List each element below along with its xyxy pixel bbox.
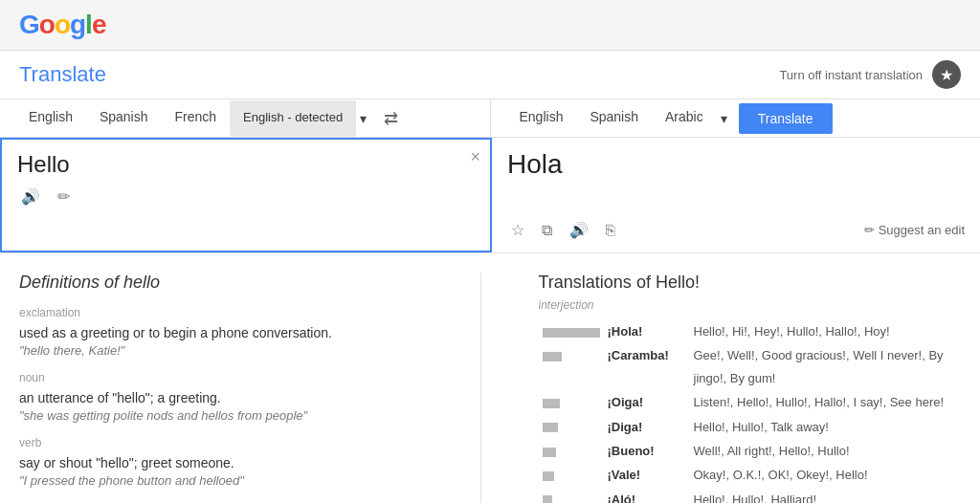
source-lang-french[interactable]: French — [162, 99, 231, 137]
translation-row: ¡Vale! Okay!, O.K.!, OK!, Okey!, Hello! — [539, 463, 962, 487]
translation-row: ¡Oiga! Listen!, Hello!, Hullo!, Hallo!, … — [539, 390, 962, 414]
definitions-title-text: Definitions of — [19, 273, 119, 292]
translation-row: ¡Diga! Hello!, Hullo!, Talk away! — [539, 415, 962, 439]
def-text-2: say or shout "hello"; greet someone. — [19, 455, 442, 470]
trans-word: ¡Hola! — [604, 319, 690, 343]
language-tabs-row: English Spanish French English - detecte… — [0, 99, 980, 138]
translation-row: ¡Caramba! Gee!, Well!, Good gracious!, W… — [539, 343, 962, 390]
translations-title: Translations of Hello! — [539, 273, 962, 293]
source-lang-spanish[interactable]: Spanish — [86, 99, 162, 137]
source-pencil-icon[interactable]: ✏ — [54, 186, 74, 208]
input-actions: 🔊 ✏ — [17, 186, 475, 208]
pos-noun: noun — [19, 371, 442, 384]
def-text-1: an utterance of "hello"; a greeting. — [19, 390, 442, 405]
definitions-word: hello — [123, 273, 160, 292]
trans-bar-cell — [539, 343, 604, 390]
definition-entry-0: exclamation used as a greeting or to beg… — [19, 306, 442, 358]
trans-synonyms: Okay!, O.K.!, OK!, Okey!, Hello! — [690, 463, 962, 487]
target-language-tabs: English Spanish Arabic ▾ Translate — [491, 99, 981, 137]
source-speaker-icon[interactable]: 🔊 — [17, 186, 44, 208]
source-lang-dropdown[interactable]: ▾ — [356, 103, 370, 134]
target-lang-dropdown[interactable]: ▾ — [717, 103, 731, 134]
pos-exclamation: exclamation — [19, 306, 442, 319]
source-language-tabs: English Spanish French English - detecte… — [0, 99, 491, 137]
trans-bar-cell — [539, 390, 604, 414]
target-lang-arabic[interactable]: Arabic — [652, 99, 717, 137]
source-text-area: × Hello 🔊 ✏ — [0, 138, 492, 252]
logo-letter-g: G — [19, 10, 39, 39]
trans-synonyms: Listen!, Hello!, Hullo!, Hallo!, I say!,… — [690, 390, 962, 414]
frequency-bar — [543, 423, 558, 432]
clear-input-button[interactable]: × — [470, 147, 480, 167]
translated-text: Hola — [507, 149, 965, 180]
target-lang-english[interactable]: English — [506, 99, 577, 137]
trans-word: ¡Caramba! — [604, 343, 690, 390]
definitions-panel: Definitions of hello exclamation used as… — [19, 273, 481, 503]
star-button[interactable]: ★ — [932, 60, 961, 89]
frequency-bar — [543, 352, 562, 361]
output-actions: ☆ ⧉ 🔊 ⎘ ✏ Suggest an edit — [507, 219, 965, 241]
source-lang-detected[interactable]: English - detected — [230, 100, 356, 137]
trans-bar-cell — [539, 415, 604, 439]
definitions-title: Definitions of hello — [19, 273, 442, 293]
translations-panel: Translations of Hello! interjection ¡Hol… — [520, 273, 962, 503]
frequency-bar — [543, 328, 600, 338]
swap-languages-button[interactable]: ⇄ — [370, 100, 412, 137]
source-lang-english[interactable]: English — [15, 99, 86, 137]
page-title: Translate — [19, 62, 106, 87]
logo-letter-l: l — [85, 10, 92, 39]
pos-verb: verb — [19, 436, 442, 449]
translate-button[interactable]: Translate — [739, 103, 833, 134]
def-text-0: used as a greeting or to begin a phone c… — [19, 325, 442, 340]
translations-pos: interjection — [539, 298, 962, 312]
suggest-edit-button[interactable]: ✏ Suggest an edit — [864, 223, 965, 237]
translations-table: ¡Hola! Hello!, Hi!, Hey!, Hullo!, Hallo!… — [539, 319, 962, 503]
translation-row: ¡Hola! Hello!, Hi!, Hey!, Hullo!, Hallo!… — [539, 319, 962, 343]
frequency-bar — [543, 448, 556, 457]
target-copy-icon[interactable]: ⧉ — [538, 220, 556, 241]
trans-word: ¡Diga! — [604, 415, 690, 439]
trans-word: ¡Bueno! — [604, 439, 690, 463]
text-areas-row: × Hello 🔊 ✏ Hola ☆ ⧉ 🔊 ⎘ ✏ Suggest an ed… — [0, 138, 980, 252]
logo-letter-g2: g — [70, 10, 85, 39]
trans-synonyms: Gee!, Well!, Good gracious!, Well I neve… — [690, 343, 962, 390]
frequency-bar — [543, 471, 554, 481]
def-example-0: "hello there, Katie!" — [19, 343, 442, 358]
target-lang-spanish[interactable]: Spanish — [576, 99, 652, 137]
definition-entry-1: noun an utterance of "hello"; a greeting… — [19, 371, 442, 423]
definition-entry-2: verb say or shout "hello"; greet someone… — [19, 436, 442, 488]
trans-synonyms: Hello!, Hullo!, Talk away! — [690, 415, 962, 439]
logo-letter-e: e — [92, 10, 106, 39]
source-text-input[interactable]: Hello — [17, 151, 475, 178]
translation-row: ¡Bueno! Well!, All right!, Hello!, Hullo… — [539, 439, 962, 463]
trans-bar-cell — [539, 439, 604, 463]
frequency-bar — [543, 495, 552, 503]
trans-synonyms: Hello!, Hi!, Hey!, Hullo!, Hallo!, Hoy! — [690, 319, 962, 343]
frequency-bar — [543, 399, 560, 408]
target-speaker-icon[interactable]: 🔊 — [566, 219, 592, 241]
main-content: English Spanish French English - detecte… — [0, 99, 980, 253]
title-bar: Translate Turn off instant translation ★ — [0, 51, 980, 99]
def-example-1: "she was getting polite nods and hellos … — [19, 408, 442, 423]
suggest-edit-label: Suggest an edit — [879, 223, 965, 237]
google-logo: Google — [19, 10, 105, 40]
trans-bar-cell — [539, 463, 604, 487]
logo-letter-o1: o — [39, 10, 55, 39]
turn-off-instant-button[interactable]: Turn off instant translation — [779, 68, 923, 82]
pencil-icon: ✏ — [864, 223, 875, 237]
header: Google — [0, 0, 980, 51]
def-example-2: "I pressed the phone button and helloed" — [19, 473, 442, 488]
trans-bar-cell — [539, 319, 604, 343]
trans-synonyms: Well!, All right!, Hello!, Hullo! — [690, 439, 962, 463]
trans-bar-cell — [539, 488, 604, 503]
translation-row: ¡Aló! Hello!, Hullo!, Halliard! — [539, 488, 962, 503]
trans-word: ¡Oiga! — [604, 390, 690, 414]
target-star-icon[interactable]: ☆ — [507, 219, 528, 241]
title-actions: Turn off instant translation ★ — [779, 60, 961, 89]
trans-word: ¡Vale! — [604, 463, 690, 487]
target-text-area: Hola ☆ ⧉ 🔊 ⎘ ✏ Suggest an edit — [492, 138, 980, 252]
definitions-section: Definitions of hello exclamation used as… — [0, 253, 980, 503]
logo-letter-o2: o — [55, 10, 70, 39]
target-share-icon[interactable]: ⎘ — [602, 220, 619, 241]
trans-word: ¡Aló! — [604, 488, 690, 503]
